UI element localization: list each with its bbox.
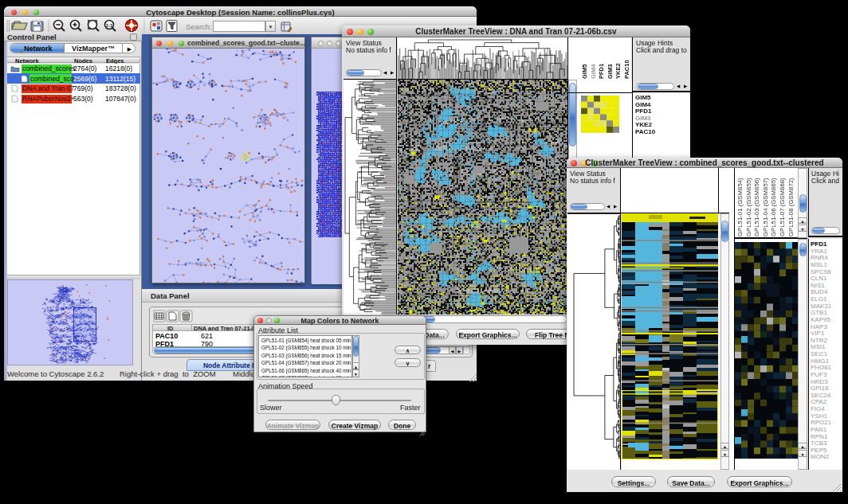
svg-text:1:1: 1:1 xyxy=(106,23,113,28)
